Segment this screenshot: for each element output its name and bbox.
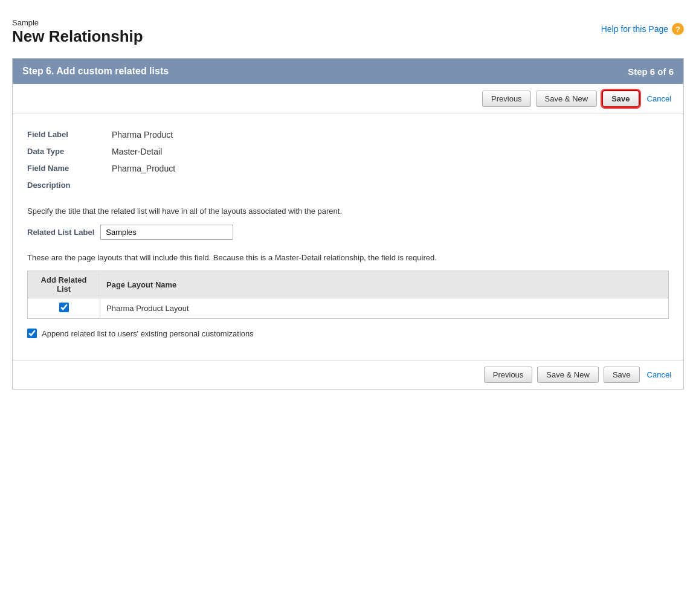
step-header: Step 6. Add custom related lists Step 6 … (13, 59, 683, 84)
top-cancel-button[interactable]: Cancel (645, 91, 674, 106)
help-link-text: Help for this Page (601, 24, 668, 34)
help-icon: ? (672, 23, 684, 35)
layout-checkbox[interactable] (59, 303, 69, 312)
layouts-table: Add Related List Page Layout Name Pharma… (27, 271, 669, 319)
table-row: Pharma Product Layout (28, 298, 669, 319)
page-title: New Relationship (12, 27, 143, 46)
description-value (112, 177, 669, 193)
col-page-layout-name: Page Layout Name (100, 271, 669, 298)
page-sample-label: Sample (12, 18, 143, 27)
related-list-input[interactable] (100, 225, 233, 240)
bottom-cancel-button[interactable]: Cancel (645, 367, 674, 382)
data-type-value: Master-Detail (112, 143, 669, 160)
field-info-table: Field Label Pharma Product Data Type Mas… (27, 126, 669, 193)
related-list-row: Related List Label (27, 225, 669, 240)
table-cell-checkbox (28, 298, 100, 319)
help-link[interactable]: Help for this Page ? (601, 23, 684, 35)
field-name-key: Field Name (27, 160, 112, 177)
page-title-block: Sample New Relationship (12, 18, 143, 46)
field-name-value: Pharma_Product (112, 160, 669, 177)
main-container: Step 6. Add custom related lists Step 6 … (12, 58, 684, 390)
description-key: Description (27, 177, 112, 193)
top-button-bar: Previous Save & New Save Cancel (13, 84, 683, 114)
step-counter: Step 6 of 6 (628, 66, 674, 77)
layout-name: Pharma Product Layout (106, 304, 189, 313)
append-checkbox[interactable] (27, 329, 37, 338)
append-row: Append related list to users' existing p… (27, 329, 669, 338)
top-previous-button[interactable]: Previous (482, 91, 531, 107)
field-label-value: Pharma Product (112, 126, 669, 143)
content-area: Field Label Pharma Product Data Type Mas… (13, 114, 683, 360)
data-type-key: Data Type (27, 143, 112, 160)
step-title: Step 6. Add custom related lists (22, 66, 169, 77)
page-wrapper: Sample New Relationship Help for this Pa… (0, 0, 696, 402)
layouts-instruction: These are the page layouts that will inc… (27, 252, 669, 264)
bottom-save-button[interactable]: Save (604, 367, 640, 383)
bottom-save-new-button[interactable]: Save & New (537, 367, 599, 383)
related-list-label: Related List Label (27, 228, 94, 237)
col-add-related-list: Add Related List (28, 271, 100, 298)
top-save-button[interactable]: Save (602, 90, 639, 107)
bottom-button-bar: Previous Save & New Save Cancel (13, 360, 683, 389)
field-label-key: Field Label (27, 126, 112, 143)
bottom-previous-button[interactable]: Previous (484, 367, 533, 383)
append-label: Append related list to users' existing p… (42, 329, 254, 338)
top-save-new-button[interactable]: Save & New (536, 91, 598, 107)
table-cell-layout-name: Pharma Product Layout (100, 298, 669, 319)
specify-instruction: Specify the title that the related list … (27, 205, 669, 217)
page-header: Sample New Relationship Help for this Pa… (6, 12, 690, 58)
